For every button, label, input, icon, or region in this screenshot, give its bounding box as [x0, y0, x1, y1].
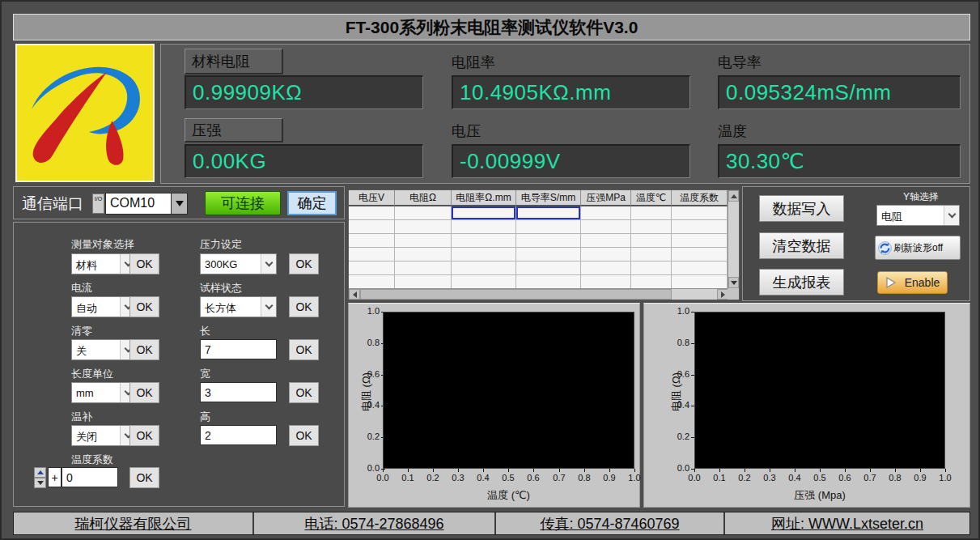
com-port-select[interactable]: COM10: [105, 193, 188, 215]
chart2-plot-area: [694, 312, 945, 469]
scroll-down-icon[interactable]: [728, 277, 739, 288]
table-cell[interactable]: [516, 234, 581, 248]
table-cell[interactable]: [631, 206, 672, 220]
play-icon: [885, 277, 897, 288]
width-input[interactable]: [200, 382, 277, 402]
sample-state-select[interactable]: 长方体: [200, 296, 277, 317]
table-cell[interactable]: [516, 248, 581, 261]
temp-comp-ok-button[interactable]: OK: [129, 425, 159, 446]
current-ok-button[interactable]: OK: [129, 296, 159, 317]
table-cell[interactable]: [516, 220, 581, 234]
table-cell[interactable]: [672, 261, 728, 275]
table-cell[interactable]: [516, 275, 581, 289]
spinner-down-icon[interactable]: [34, 478, 46, 488]
selected-cell[interactable]: [452, 206, 516, 220]
table-cell[interactable]: [631, 261, 672, 275]
table-row[interactable]: [349, 206, 739, 220]
refresh-waveform-button[interactable]: 刷新波形off: [875, 236, 961, 260]
spinner-up-icon[interactable]: [34, 467, 46, 478]
width-ok-button[interactable]: OK: [289, 382, 319, 403]
length-ok-button[interactable]: OK: [289, 339, 319, 360]
table-cell[interactable]: [349, 234, 395, 248]
measure-object-select[interactable]: 材料: [71, 253, 136, 274]
clear-data-button[interactable]: 清空数据: [759, 232, 844, 259]
temp-coef-ok-button[interactable]: OK: [129, 467, 159, 488]
table-cell[interactable]: [672, 220, 728, 234]
zero-ok-button[interactable]: OK: [129, 339, 159, 360]
write-data-button[interactable]: 数据写入: [759, 195, 844, 222]
scroll-right-icon[interactable]: [717, 289, 728, 300]
table-cell[interactable]: [395, 248, 452, 261]
temp-comp-select[interactable]: 关闭: [71, 425, 136, 446]
col-header-temperature: 温度℃: [631, 190, 672, 206]
table-cell[interactable]: [452, 275, 516, 289]
table-cell[interactable]: [452, 220, 516, 234]
table-cell[interactable]: [349, 261, 395, 275]
table-cell[interactable]: [581, 206, 631, 220]
table-cell[interactable]: [395, 234, 452, 248]
zero-value: 关: [72, 340, 120, 359]
table-cell[interactable]: [452, 234, 516, 248]
y-tick: 0.6: [665, 369, 689, 379]
table-cell[interactable]: [349, 220, 395, 234]
table-cell[interactable]: [631, 234, 672, 248]
measure-object-ok-button[interactable]: OK: [129, 253, 159, 274]
table-cell[interactable]: [452, 261, 516, 275]
current-select[interactable]: 自动: [71, 296, 136, 317]
scroll-up-icon[interactable]: [728, 190, 739, 202]
table-row[interactable]: [349, 234, 739, 248]
x-tick: 0.2: [732, 473, 757, 483]
zero-select[interactable]: 关: [71, 339, 136, 360]
table-cell[interactable]: [581, 275, 631, 289]
y-tick: 0.6: [355, 369, 380, 379]
table-cell[interactable]: [581, 248, 631, 261]
height-input[interactable]: [200, 425, 277, 445]
y-axis-select[interactable]: 电阻: [876, 205, 960, 226]
table-vertical-scrollbar[interactable]: [728, 190, 739, 288]
y-tick: 0.0: [665, 463, 689, 473]
pressure-set-ok-button[interactable]: OK: [289, 253, 319, 274]
table-cell[interactable]: [349, 275, 395, 289]
table-cell[interactable]: [581, 261, 631, 275]
table-cell[interactable]: [672, 248, 728, 261]
table-cell[interactable]: [516, 261, 581, 275]
scroll-left-icon[interactable]: [349, 289, 360, 300]
table-row[interactable]: [349, 220, 739, 234]
scrollbar-thumb[interactable]: [360, 289, 672, 300]
y-tick: 0.2: [355, 432, 380, 441]
table-cell[interactable]: [349, 206, 395, 220]
table-cell[interactable]: [672, 206, 728, 220]
table-cell[interactable]: [631, 220, 672, 234]
sample-state-ok-button[interactable]: OK: [289, 296, 319, 317]
table-cell[interactable]: [395, 206, 452, 220]
table-cell[interactable]: [672, 275, 728, 289]
table-cell[interactable]: [631, 275, 672, 289]
length-unit-select[interactable]: mm: [71, 382, 136, 403]
pressure-set-select[interactable]: 300KG: [200, 253, 277, 274]
table-row[interactable]: [349, 248, 739, 261]
length-input[interactable]: [200, 339, 277, 359]
enable-button[interactable]: Enable: [877, 271, 948, 294]
connect-status-button[interactable]: 可连接: [205, 191, 281, 215]
selected-cell[interactable]: [516, 206, 581, 220]
table-cell[interactable]: [631, 248, 672, 261]
table-cell[interactable]: [672, 234, 728, 248]
table-horizontal-scrollbar[interactable]: [349, 288, 728, 300]
temp-coef-spinner[interactable]: [34, 467, 46, 488]
table-cell[interactable]: [581, 220, 631, 234]
length-unit-ok-button[interactable]: OK: [129, 382, 159, 403]
y-axis-select-label: Y轴选择: [880, 190, 961, 204]
table-cell[interactable]: [395, 261, 452, 275]
generate-report-button[interactable]: 生成报表: [759, 269, 844, 296]
temp-coef-input[interactable]: [62, 467, 118, 487]
table-row[interactable]: [349, 275, 739, 289]
height-ok-button[interactable]: OK: [289, 425, 319, 446]
table-cell[interactable]: [452, 248, 516, 261]
dropdown-arrow-icon[interactable]: [171, 193, 187, 214]
table-cell[interactable]: [395, 220, 452, 234]
table-cell[interactable]: [349, 248, 395, 261]
table-cell[interactable]: [581, 234, 631, 248]
confirm-button[interactable]: 确定: [287, 191, 337, 215]
table-cell[interactable]: [395, 275, 452, 289]
table-row[interactable]: [349, 261, 739, 275]
